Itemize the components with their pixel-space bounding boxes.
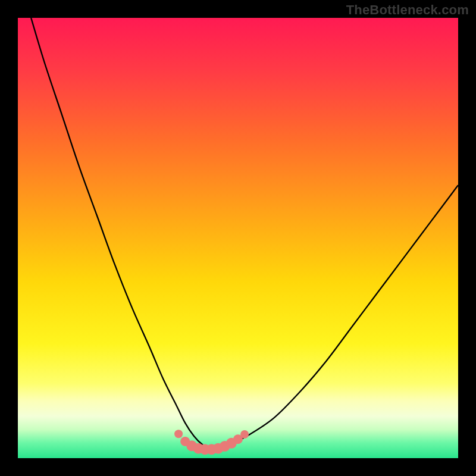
plot-area	[18, 18, 458, 458]
optimal-dot	[174, 430, 183, 438]
curve-path	[31, 18, 458, 450]
optimal-dot	[240, 430, 249, 439]
bottleneck-curve	[18, 18, 458, 458]
chart-frame: TheBottleneck.com	[0, 0, 476, 476]
watermark-text: TheBottleneck.com	[346, 2, 469, 18]
optimal-zone-markers	[174, 430, 249, 455]
